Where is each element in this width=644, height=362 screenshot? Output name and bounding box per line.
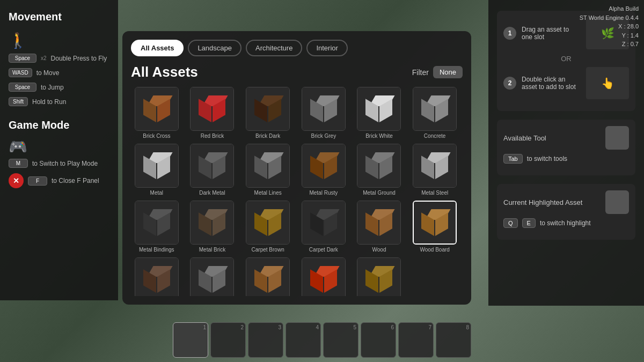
asset-thumbnail — [190, 87, 234, 131]
or-divider: OR — [503, 55, 629, 63]
tab-interior[interactable]: Interior — [306, 40, 347, 56]
shift-key: Shift — [9, 97, 28, 106]
engine-label: ST World Engine 0.4.4 — [580, 13, 639, 23]
asset-name-label: Metal Lines — [254, 190, 282, 196]
space-key-jump: Space — [9, 83, 36, 92]
asset-name-label: Metal Brick — [199, 247, 225, 253]
m-key: M — [9, 159, 28, 168]
asset-item[interactable]: Wood — [354, 201, 405, 253]
build-label: Alpha Build — [580, 4, 639, 13]
tool-thumb — [605, 126, 629, 150]
asset-item[interactable] — [298, 257, 349, 296]
player-icon: 🚶 — [9, 32, 109, 49]
game-mode-section: Game Mode 🎮 M to Switch to Play Mode ✕ F… — [9, 119, 109, 188]
asset-item[interactable]: Metal — [131, 144, 182, 196]
asset-thumbnail — [246, 257, 290, 296]
bottom-slot[interactable]: 7 — [398, 322, 434, 358]
asset-grid: Brick CrossRed BrickBrick DarkBrick Grey… — [131, 87, 463, 296]
bottom-slot[interactable]: 5 — [323, 322, 358, 358]
asset-item[interactable]: Metal Brick — [187, 201, 238, 253]
tab-all-assets[interactable]: All Assets — [131, 40, 184, 56]
slot-number: 5 — [353, 324, 356, 330]
bottom-slot[interactable]: 8 — [436, 322, 471, 358]
bottom-slot[interactable]: 1 — [173, 322, 208, 358]
tool-row: Available Tool — [503, 126, 629, 150]
switch-highlight-row: Q E to switch highlight — [503, 218, 629, 228]
asset-item[interactable] — [354, 257, 405, 296]
asset-item[interactable] — [187, 257, 238, 296]
close-icon: ✕ — [9, 173, 24, 188]
asset-thumbnail — [302, 257, 346, 296]
bottom-slot[interactable]: 4 — [286, 322, 321, 358]
slot-preview-2: 👆 — [586, 67, 629, 99]
tab-landscape[interactable]: Landscape — [188, 40, 241, 56]
bottom-slots: 12345678 — [173, 322, 471, 358]
switch-tools-row: Tab to switch tools — [503, 154, 629, 164]
q-key: Q — [503, 218, 518, 228]
asset-item[interactable] — [242, 257, 294, 296]
coord-y: Y : 1.4 — [580, 31, 639, 40]
asset-thumbnail — [246, 144, 290, 188]
asset-thumbnail — [413, 201, 457, 245]
fly-label: Double Press to Fly — [51, 55, 107, 62]
asset-item[interactable] — [131, 257, 182, 296]
available-tool-label: Available Tool — [503, 134, 600, 142]
slot-number: 6 — [391, 324, 394, 330]
bottom-slot[interactable]: 6 — [361, 322, 396, 358]
panel-title: All Assets — [131, 64, 198, 80]
asset-thumbnail — [413, 87, 457, 131]
asset-name-label: Concrete — [424, 133, 446, 139]
slot-number: 8 — [466, 324, 469, 330]
asset-name-label: Wood — [372, 247, 386, 253]
asset-item[interactable]: Brick Grey — [298, 87, 349, 139]
panel-header: All Assets Filter None — [131, 64, 463, 80]
bottom-slot[interactable]: 2 — [210, 322, 246, 358]
asset-thumbnail — [246, 87, 290, 131]
asset-item[interactable]: Brick Cross — [131, 87, 182, 139]
filter-value-btn[interactable]: None — [433, 66, 463, 78]
asset-thumbnail — [135, 201, 179, 245]
asset-thumbnail — [357, 201, 401, 245]
asset-item[interactable]: Metal Lines — [242, 144, 294, 196]
x2-label: x2 — [41, 55, 47, 61]
close-label: to Close F Panel — [52, 177, 99, 184]
coord-z: Z : 0.7 — [580, 40, 639, 49]
key-row-mode: M to Switch to Play Mode — [9, 159, 109, 168]
asset-thumbnail — [357, 257, 401, 296]
asset-name-label: Brick Grey — [311, 133, 336, 139]
asset-item[interactable]: Carpet Dark — [298, 201, 349, 253]
asset-thumbnail — [135, 87, 179, 131]
asset-item[interactable]: Metal Rusty — [298, 144, 349, 196]
movement-title: Movement — [9, 11, 109, 23]
bottom-slot[interactable]: 3 — [248, 322, 283, 358]
asset-item[interactable]: Dark Metal — [187, 144, 238, 196]
asset-item[interactable]: Metal Steel — [409, 144, 460, 196]
move-label: to Move — [36, 69, 60, 77]
asset-name-label: Dark Metal — [199, 190, 225, 196]
key-row-jump: Space to Jump — [9, 83, 109, 92]
asset-grid-container[interactable]: Brick CrossRed BrickBrick DarkBrick Grey… — [131, 87, 463, 296]
step-1-num: 1 — [503, 27, 516, 40]
key-row-run: Shift Hold to Run — [9, 97, 109, 106]
tab-architecture[interactable]: Architecture — [246, 40, 302, 56]
asset-name-label: Brick Cross — [143, 133, 170, 139]
asset-item[interactable]: Wood Board — [409, 201, 460, 253]
main-panel: All Assets Landscape Architecture Interi… — [122, 31, 471, 305]
asset-item[interactable]: Metal Ground — [354, 144, 405, 196]
asset-thumbnail — [302, 144, 346, 188]
asset-item[interactable]: Brick Dark — [242, 87, 294, 139]
f-key: F — [28, 176, 47, 186]
asset-thumbnail — [135, 257, 179, 296]
asset-thumbnail — [190, 257, 234, 296]
asset-item[interactable]: Concrete — [409, 87, 460, 139]
asset-thumbnail — [357, 87, 401, 131]
movement-section: Movement 🚶 Space x2 Double Press to Fly … — [9, 11, 109, 106]
asset-item[interactable]: Carpet Brown — [242, 201, 294, 253]
asset-item[interactable]: Brick White — [354, 87, 405, 139]
key-row-move: WASD to Move — [9, 68, 109, 77]
asset-item[interactable]: Metal Bindings — [131, 201, 182, 253]
asset-item[interactable]: Red Brick — [187, 87, 238, 139]
game-mode-title: Game Mode — [9, 119, 109, 131]
key-row-close: ✕ F to Close F Panel — [9, 173, 109, 188]
tab-key: Tab — [503, 154, 523, 164]
